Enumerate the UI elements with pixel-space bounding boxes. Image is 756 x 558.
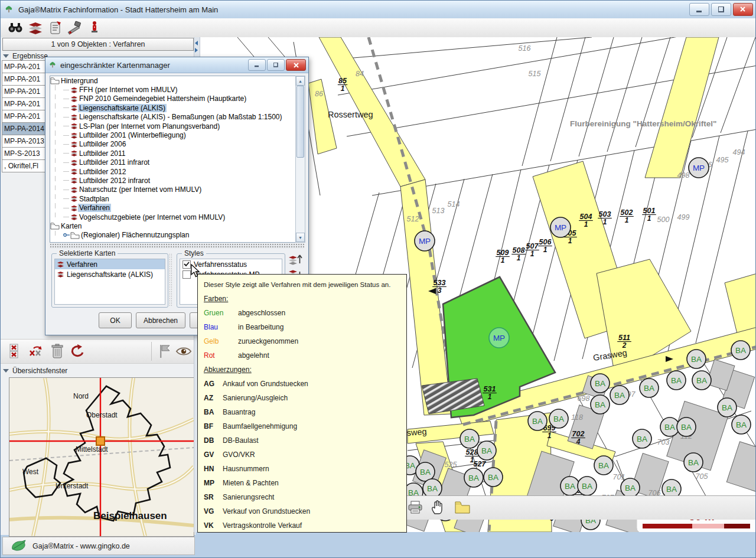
tree-item[interactable]: LS-Plan (per Internet vom Planungsverban… (63, 122, 296, 130)
map-marker-BA[interactable]: BA (687, 350, 706, 368)
svg-text:BA: BA (735, 346, 746, 355)
maximize-button[interactable] (711, 3, 731, 16)
style-checkbox[interactable] (183, 270, 191, 279)
map-marker-BA[interactable]: BA (660, 417, 679, 436)
dialog-title-bar[interactable]: eingeschränkter Kartenmanager (45, 57, 308, 73)
object-count-header[interactable]: 1 von 9 Objekten : Verfahren (2, 38, 194, 51)
map-marker-BA[interactable]: BA (621, 478, 640, 497)
flag-icon[interactable] (157, 343, 173, 360)
tree-item[interactable]: (Regionaler) Flächennutzungsplan (63, 231, 296, 240)
tooltip-abbr-row: SRSanierungsrecht (204, 491, 406, 505)
map-marker-BA[interactable]: BA (484, 468, 503, 487)
binoculars-search-icon[interactable] (8, 20, 23, 35)
folder-icon[interactable] (454, 499, 471, 515)
tree-item[interactable]: Hintergrund (50, 76, 296, 85)
print-icon[interactable] (407, 499, 423, 515)
tree-item[interactable]: Vogelschutzgebiete (per Internet vom HMU… (63, 213, 296, 221)
poi-marker-icon[interactable] (87, 20, 102, 35)
overview-map[interactable]: NordOberstadtMittelstadtWestUnterstadtBe… (9, 377, 194, 537)
tree-item[interactable]: FNP 2010 Gemeindegebiet Hattersheim (Hau… (63, 94, 296, 103)
map-marker-MP[interactable]: MP (689, 158, 709, 178)
map-marker-BA[interactable]: BA (594, 456, 613, 475)
scrollbar-thumb[interactable] (296, 86, 304, 158)
map-marker-BA[interactable]: BA (718, 398, 737, 417)
tree-item[interactable]: Naturschutz (per Internet vom HMULV) (63, 185, 296, 194)
expand-right-icon[interactable] (195, 48, 198, 53)
map-marker-BA[interactable]: BA (464, 468, 483, 487)
map-marker-BA[interactable]: BA (692, 371, 711, 390)
map-marker-BA[interactable]: BA (477, 441, 496, 460)
dialog-minimize-button[interactable] (248, 59, 266, 71)
report-icon[interactable] (48, 20, 63, 35)
tree-item[interactable]: FFH (per Internet vom HMULV) (63, 85, 296, 94)
overview-section-header[interactable]: Übersichtsfenster (3, 366, 192, 375)
collapse-triangle-icon (3, 54, 9, 58)
map-marker-BA[interactable]: BA (578, 477, 597, 495)
map-marker-BA[interactable]: BA (610, 386, 629, 404)
tree-item[interactable]: Luftbilder 2012 infrarot (63, 176, 296, 185)
tree-item[interactable]: Liegenschaftskarte (ALKIS) - Bemaßungen … (63, 113, 296, 122)
tree-item[interactable]: Verfahren (63, 203, 296, 212)
svg-text:514: 514 (448, 200, 460, 208)
svg-text:701: 701 (613, 473, 625, 481)
svg-text:504: 504 (580, 213, 592, 221)
map-marker-BA[interactable]: BA (684, 453, 703, 472)
tools-icon[interactable] (67, 20, 82, 35)
svg-text:525: 525 (445, 461, 457, 469)
tree-item[interactable]: Liegenschaftskarte (ALKIS) (63, 103, 296, 112)
map-marker-MP[interactable]: MP (550, 217, 571, 237)
svg-text:84: 84 (356, 70, 364, 78)
tree-item[interactable]: Stadtplan (63, 194, 296, 203)
trash-icon[interactable] (49, 343, 66, 360)
reload-icon[interactable] (69, 343, 86, 360)
groups-splitter[interactable] (169, 253, 173, 306)
tree-item[interactable]: Luftbilder 2011 infrarot (63, 158, 296, 167)
layer-move-up-icon[interactable] (288, 252, 303, 266)
minimize-button[interactable] (689, 3, 709, 16)
dialog-splitter[interactable] (50, 243, 304, 249)
selected-map-item[interactable]: Verfahren (55, 259, 165, 269)
tree-item[interactable]: Luftbilder 2012 (63, 167, 296, 176)
map-marker-MP[interactable]: MP (489, 328, 509, 348)
pan-hand-icon[interactable] (429, 499, 446, 515)
map-marker-BA[interactable]: BA (591, 395, 610, 414)
svg-text:MP: MP (419, 237, 431, 246)
collapse-left-icon[interactable] (195, 41, 198, 45)
map-layers-icon[interactable] (28, 20, 43, 35)
map-marker-BA[interactable]: BA (460, 429, 479, 448)
tooltip-abbr-row: BFBaumfaellgenehmigung (204, 420, 406, 434)
selected-map-item[interactable]: Liegenschaftskarte (ALKIS) (55, 269, 165, 279)
tooltip-abbr-row: HNHausnummern (204, 462, 406, 477)
map-marker-BA[interactable]: BA (549, 409, 568, 428)
map-marker-BA[interactable]: BA (640, 378, 659, 397)
map-marker-BA[interactable]: BA (528, 412, 547, 430)
dialog-close-button[interactable] (286, 59, 306, 71)
map-marker-BA[interactable]: BA (561, 477, 579, 495)
scroll-up-icon[interactable]: ▲ (296, 76, 305, 86)
eye-icon[interactable] (175, 343, 192, 360)
remove-selected-icon[interactable] (28, 343, 44, 360)
scroll-down-icon[interactable]: ▼ (296, 233, 305, 242)
dialog-maximize-button[interactable] (267, 59, 285, 71)
tree-item[interactable]: Luftbilder 2006 (63, 140, 296, 149)
tree-item[interactable]: Luftbilder 2001 (Winterbefliegung) (63, 130, 296, 139)
map-marker-BA[interactable]: BA (416, 462, 435, 481)
style-checkbox[interactable] (183, 260, 191, 269)
close-button[interactable] (733, 3, 753, 16)
map-marker-BA[interactable]: BA (677, 417, 696, 436)
map-marker-BA[interactable]: BA (633, 429, 651, 448)
tree-item[interactable]: Luftbilder 2011 (63, 149, 296, 158)
cancel-button[interactable]: Abbrechen (136, 312, 185, 328)
tree-item[interactable]: Karten (50, 221, 296, 230)
overview-label: Mittelstadt (76, 445, 108, 453)
map-marker-BA[interactable]: BA (732, 415, 751, 434)
map-marker-BA[interactable]: BA (667, 371, 686, 390)
map-marker-MP[interactable]: MP (415, 231, 435, 251)
tree-scrollbar[interactable]: ▲ ▼ (295, 76, 305, 243)
map-marker-BA[interactable]: BA (731, 341, 750, 360)
ok-button[interactable]: OK (99, 312, 132, 328)
svg-text:1: 1 (488, 393, 492, 401)
clear-selection-icon[interactable] (8, 343, 24, 360)
map-marker-BA[interactable]: BA (591, 374, 610, 393)
svg-text:1: 1 (543, 246, 548, 254)
